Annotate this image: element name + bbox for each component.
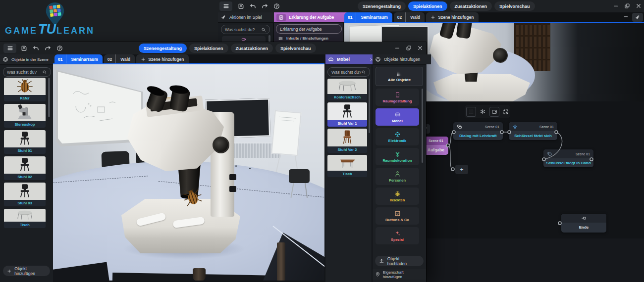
bg-panel-minimize-button[interactable] (623, 14, 629, 19)
category-raumgestaltung[interactable]: Raumgestaltung (376, 89, 419, 106)
bg-undo-button[interactable] (250, 3, 256, 9)
fg-redo-button[interactable] (45, 45, 51, 51)
auto-layout-button[interactable] (480, 108, 486, 115)
scene-object-stuhl02-thumb[interactable] (4, 156, 46, 174)
scene-object-kaefer-label[interactable]: Käfer (4, 95, 46, 101)
rocket-icon (220, 14, 226, 20)
scene-object-stuhl01-label[interactable]: Stuhl 01 (4, 147, 46, 154)
fg-close-button[interactable] (417, 45, 423, 51)
scene-object-stuhl01-thumb[interactable] (4, 130, 46, 147)
graph-node-fliegen[interactable]: Szene 01 Schlüssel fliegt in Hand (543, 149, 593, 167)
search-icon (42, 70, 47, 75)
bg-add-scene-tab[interactable]: Szene hinzufügen (426, 12, 478, 22)
bg-tab-szenengestaltung[interactable]: Szenengestaltung (358, 1, 406, 11)
scene-object-stereoskop-thumb[interactable] (4, 104, 46, 121)
bg-scene-tab-seminarraum[interactable]: 01 Seminarraum (344, 12, 392, 22)
graph-add-node-button[interactable]: + (455, 165, 468, 174)
bg-inhalte-row[interactable]: Inhalte / Einstellungen (278, 36, 328, 41)
fg-tab-spielaktionen[interactable]: Spielaktionen (189, 44, 228, 53)
category-label: Buttons & Co (385, 218, 409, 222)
bg-scene-tab-wald[interactable]: 02 Wald (394, 12, 425, 22)
bg-save-button[interactable] (238, 3, 244, 9)
scene-object-tisch-thumb[interactable] (4, 209, 46, 222)
category-buttons-co[interactable]: Buttons & Co (376, 207, 419, 225)
scene-object-kaefer-thumb[interactable] (4, 78, 46, 95)
moebel-item-stuhlvar1-label[interactable]: Stuhl Var 1 (327, 120, 367, 127)
category-spezial[interactable]: Spezial (376, 227, 419, 244)
bg-help-button[interactable] (273, 3, 280, 9)
category-moebel[interactable]: Möbel (376, 108, 419, 126)
fg-3d-viewport[interactable] (53, 63, 324, 281)
fg-tab-zusatzaktionen[interactable]: Zusatzaktionen (231, 44, 273, 53)
moebel-item-stuhlvar1-thumb[interactable] (327, 102, 367, 120)
search-placeholder: Was suchst du? (7, 70, 37, 75)
bg-tab-spielvorschau[interactable]: Spielvorschau (494, 1, 535, 11)
moebel-item-stuhlvar2-thumb[interactable] (327, 129, 367, 146)
fullscreen-button[interactable] (503, 109, 509, 115)
bg-redo-button[interactable] (262, 3, 268, 9)
scene-chair-right[interactable] (289, 169, 310, 183)
add-object-button[interactable]: Objekt hinzufügen (3, 266, 50, 276)
fg-tab-szenengestaltung[interactable]: Szenengestaltung (139, 44, 187, 53)
fg-restore-button[interactable] (406, 45, 412, 51)
category-insekten[interactable]: Insekten (376, 188, 419, 205)
moebel-item-tisch-thumb[interactable] (327, 155, 367, 171)
moebel-search[interactable]: Was suchst du? (327, 67, 370, 77)
fit-view-button[interactable] (489, 107, 499, 117)
bg-restore-button[interactable] (624, 3, 630, 9)
plus-icon (430, 15, 435, 20)
fg-sidebar-search[interactable]: Was suchst du? (3, 67, 51, 77)
graph-node-dialog[interactable]: Szene 01 Dialog mit Lehrkraft (453, 122, 503, 140)
fg-help-button[interactable] (56, 45, 63, 51)
fg-tab-spielvorschau[interactable]: Spielvorschau (275, 44, 316, 53)
objekte-scrollbar[interactable] (422, 89, 423, 163)
bg-aktionen-scrollbar[interactable] (268, 35, 270, 42)
all-objects-button[interactable]: Alle Objekte (376, 67, 423, 86)
undo-icon (33, 45, 39, 51)
bg-menu-button[interactable] (219, 1, 232, 11)
search-icon (361, 70, 366, 75)
fg-menu-button[interactable] (3, 44, 16, 53)
moebel-item-tisch-label[interactable]: Tisch (327, 171, 367, 177)
add-property-bar[interactable]: Eigenschaft hinzufügen (373, 269, 426, 280)
fg-minimize-button[interactable] (394, 45, 400, 51)
scene-object-stuhl03-label[interactable]: Stuhl 03 (4, 200, 46, 206)
scene-object-stereoskop-label[interactable]: Stereoskop (4, 121, 46, 128)
fg-add-scene-tab[interactable]: Szene hinzufügen (136, 54, 188, 64)
oval-table-thumb-icon (11, 209, 39, 222)
bg-close-button[interactable] (636, 3, 642, 9)
fg-scene-tab-wald[interactable]: 02 Wald (104, 54, 135, 64)
scene-flipchart-board (271, 110, 301, 156)
item-label: Stereoskop (15, 122, 35, 127)
bg-tab-spielaktionen[interactable]: Spielaktionen (408, 1, 447, 11)
fg-undo-button[interactable] (33, 45, 39, 51)
fg-scene-tab-seminarraum[interactable]: 01 Seminarraum (54, 54, 103, 64)
graph-node-faerben[interactable]: Szene 01 Schlüssel färbt sich (509, 122, 557, 140)
bg-erklaerung-input[interactable]: Erklärung der Aufgabe (276, 24, 342, 34)
fg-sidebar-scrollbar[interactable] (48, 78, 50, 117)
bg-action-tile[interactable] (222, 36, 266, 42)
bg-tab-zusatzaktionen[interactable]: Zusatzaktionen (450, 1, 492, 11)
fg-save-button[interactable] (21, 45, 27, 51)
scene-object-stuhl02-label[interactable]: Stuhl 02 (4, 174, 46, 180)
moebel-item-stuhlvar2-label[interactable]: Stuhl Var 2 (327, 146, 367, 153)
bg-scene-microscope-base[interactable] (433, 74, 530, 101)
category-elektronik[interactable]: Elektronik (376, 128, 419, 145)
bug-icon (394, 190, 401, 197)
graph-node-ende[interactable]: Ende (561, 214, 606, 233)
graph-node-aufgabe[interactable]: Szene 01 Aufgabe (424, 137, 448, 155)
bg-minimize-button[interactable] (613, 3, 619, 9)
bg-rocket-panel-button[interactable] (632, 13, 643, 22)
graph-toolbar (465, 105, 510, 118)
grid-view-button[interactable] (466, 107, 476, 117)
category-personen[interactable]: Personen (376, 168, 419, 185)
objects-cube-icon (2, 56, 8, 62)
scene-object-stuhl03-thumb[interactable] (4, 183, 46, 200)
scene-object-tisch-label[interactable]: Tisch (4, 222, 46, 228)
moebel-scrollbar[interactable] (369, 79, 370, 133)
moebel-item-konferenztisch-thumb[interactable] (327, 79, 367, 94)
category-raumdekoration[interactable]: Raumdekoration (376, 148, 419, 165)
upload-object-button[interactable]: Objekt hochladen (375, 256, 424, 266)
bg-aktionen-search[interactable]: Was suchst du? (221, 25, 270, 34)
moebel-item-konferenztisch-label[interactable]: Konferenztisch (327, 94, 367, 100)
